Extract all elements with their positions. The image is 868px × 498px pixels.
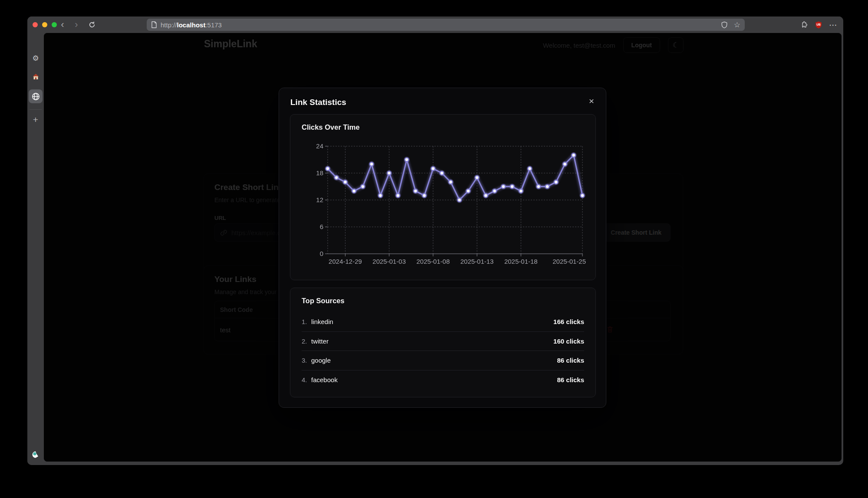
url-bar[interactable]: http://localhost:5173 ☆ xyxy=(147,19,745,31)
reload-icon xyxy=(89,21,95,28)
active-tab-globe[interactable] xyxy=(29,89,43,103)
shield-icon xyxy=(721,21,728,29)
browser-toolbar: ‹ › http://localhost:5173 ☆ xyxy=(27,16,843,33)
close-icon: × xyxy=(589,96,594,106)
source-name: linkedin xyxy=(311,318,333,325)
source-row: 4.facebook86 clicks xyxy=(302,370,584,390)
svg-text:2025-01-18: 2025-01-18 xyxy=(504,258,538,265)
svg-text:2024-12-29: 2024-12-29 xyxy=(329,258,362,265)
tracking-shield-button[interactable] xyxy=(721,21,728,29)
svg-text:2025-01-13: 2025-01-13 xyxy=(460,258,494,265)
back-button[interactable]: ‹ xyxy=(57,16,68,33)
pinned-tab-home[interactable] xyxy=(27,73,44,80)
sources-title: Top Sources xyxy=(302,297,345,305)
svg-text:2025-01-08: 2025-01-08 xyxy=(417,258,450,265)
browser-menu-button[interactable]: ⋯ xyxy=(827,19,839,30)
sources-list: 1.linkedin166 clicks2.twitter160 clicks3… xyxy=(302,312,584,390)
clicks-over-time-chart: 061218242024-12-292025-01-032025-01-0820… xyxy=(290,115,596,271)
link-statistics-modal: Link Statistics × Clicks Over Time 06121… xyxy=(279,88,606,408)
source-clicks: 86 clicks xyxy=(557,376,584,383)
source-row: 3.google86 clicks xyxy=(302,351,584,370)
modal-close-button[interactable]: × xyxy=(585,94,598,107)
browser-window: ‹ › http://localhost:5173 ☆ xyxy=(27,16,843,465)
traffic-light-minimize[interactable] xyxy=(42,22,47,27)
profile-button[interactable] xyxy=(27,450,44,459)
source-name: twitter xyxy=(311,337,329,345)
clicks-chart-card: Clicks Over Time 061218242024-12-292025-… xyxy=(290,114,596,280)
svg-text:24: 24 xyxy=(316,142,323,150)
source-row: 1.linkedin166 clicks xyxy=(302,312,584,332)
source-rank: 4. xyxy=(302,376,311,383)
browser-sidebar: ⚙ + xyxy=(27,33,44,465)
ublock-shield-icon: UB xyxy=(815,21,822,29)
source-rank: 2. xyxy=(302,337,311,345)
forward-button[interactable]: › xyxy=(71,16,82,33)
svg-text:12: 12 xyxy=(316,196,323,203)
modal-title: Link Statistics xyxy=(290,98,346,107)
traffic-light-zoom[interactable] xyxy=(52,22,57,27)
source-rank: 3. xyxy=(302,357,311,364)
top-sources-card: Top Sources 1.linkedin166 clicks2.twitte… xyxy=(290,288,596,397)
traffic-light-close[interactable] xyxy=(33,22,38,27)
source-name: facebook xyxy=(311,376,338,383)
source-rank: 1. xyxy=(302,318,311,325)
new-tab-button[interactable]: + xyxy=(27,115,44,125)
profile-avatar-icon xyxy=(31,450,40,459)
home-favicon-icon xyxy=(32,73,39,80)
globe-icon xyxy=(32,92,40,101)
puzzle-icon xyxy=(800,21,808,29)
page-viewport: SimpleLink Welcome, test@test.com Logout… xyxy=(44,33,842,462)
source-clicks: 86 clicks xyxy=(557,357,584,364)
svg-text:0: 0 xyxy=(320,250,323,257)
sidebar-divider xyxy=(30,109,42,110)
reload-button[interactable] xyxy=(86,16,98,33)
url-text: http://localhost:5173 xyxy=(161,21,222,29)
page-icon xyxy=(151,21,157,28)
ublock-badge-button[interactable]: UB xyxy=(812,19,825,30)
svg-text:UB: UB xyxy=(816,23,821,26)
settings-tab-button[interactable]: ⚙ xyxy=(27,54,44,63)
bookmark-star-button[interactable]: ☆ xyxy=(734,20,740,29)
svg-text:2025-01-03: 2025-01-03 xyxy=(372,258,406,265)
source-name: google xyxy=(311,357,331,364)
source-clicks: 160 clicks xyxy=(553,337,584,345)
svg-text:18: 18 xyxy=(316,169,323,177)
svg-text:6: 6 xyxy=(320,223,323,230)
source-clicks: 166 clicks xyxy=(553,318,584,325)
svg-text:2025-01-25: 2025-01-25 xyxy=(552,258,586,265)
extensions-button[interactable] xyxy=(798,19,810,30)
source-row: 2.twitter160 clicks xyxy=(302,332,584,351)
